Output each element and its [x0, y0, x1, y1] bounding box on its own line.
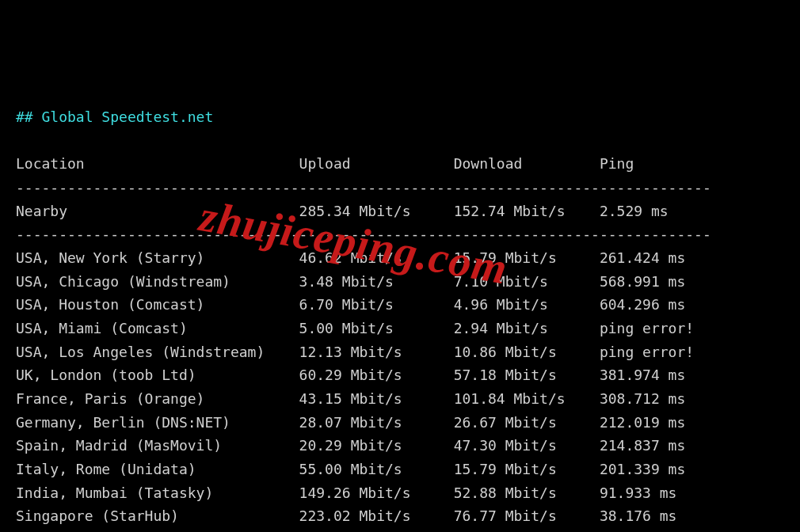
table-row: USA, Chicago (Windstream)3.48 Mbit/s7.10… — [16, 273, 685, 290]
cell-download: 101.84 Mbit/s — [454, 387, 600, 411]
table-row: USA, Los Angeles (Windstream)12.13 Mbit/… — [16, 344, 694, 360]
cell-location: Singapore (StarHub) — [16, 504, 299, 528]
cell-ping: ping error! — [600, 317, 694, 340]
cell-download: 7.10 Mbit/s — [454, 270, 600, 294]
report-title: ## Global Speedtest.net — [16, 108, 213, 125]
header-row: LocationUploadDownloadPing — [16, 155, 634, 172]
table-row: Spain, Madrid (MasMovil)20.29 Mbit/s47.3… — [16, 437, 685, 454]
cell-download: 15.79 Mbit/s — [454, 458, 600, 481]
nearby-location: Nearby — [16, 200, 299, 223]
header-location: Location — [16, 152, 299, 176]
cell-location: USA, Chicago (Windstream) — [16, 270, 299, 294]
table-row: Singapore (StarHub)223.02 Mbit/s76.77 Mb… — [16, 507, 676, 524]
divider-top: ----------------------------------------… — [16, 179, 711, 196]
cell-ping: 261.424 ms — [600, 246, 685, 270]
cell-ping: 38.176 ms — [600, 504, 677, 528]
header-download: Download — [454, 152, 600, 176]
cell-location: USA, New York (Starry) — [16, 246, 299, 270]
table-row: Germany, Berlin (DNS:NET)28.07 Mbit/s26.… — [16, 414, 685, 431]
cell-upload: 5.00 Mbit/s — [299, 317, 454, 340]
cell-download: 26.67 Mbit/s — [454, 411, 600, 435]
cell-upload: 43.15 Mbit/s — [299, 387, 454, 411]
cell-download: 76.77 Mbit/s — [454, 504, 600, 528]
cell-ping: 568.991 ms — [600, 270, 685, 294]
cell-location: UK, London (toob Ltd) — [16, 363, 299, 387]
cell-ping: 308.712 ms — [600, 387, 685, 411]
table-row: India, Mumbai (Tatasky)149.26 Mbit/s52.8… — [16, 484, 676, 501]
cell-location: USA, Los Angeles (Windstream) — [16, 340, 299, 364]
cell-download: 2.94 Mbit/s — [454, 317, 600, 340]
cell-upload: 55.00 Mbit/s — [299, 458, 454, 481]
nearby-download: 152.74 Mbit/s — [454, 200, 600, 223]
header-ping: Ping — [600, 152, 634, 176]
cell-location: Germany, Berlin (DNS:NET) — [16, 411, 299, 435]
cell-download: 4.96 Mbit/s — [454, 293, 600, 317]
table-row: USA, New York (Starry)46.62 Mbit/s15.79 … — [16, 249, 685, 266]
cell-location: Spain, Madrid (MasMovil) — [16, 434, 299, 458]
table-row: USA, Houston (Comcast)6.70 Mbit/s4.96 Mb… — [16, 296, 685, 313]
table-row: UK, London (toob Ltd)60.29 Mbit/s57.18 M… — [16, 367, 685, 383]
cell-ping: ping error! — [600, 340, 694, 364]
divider-mid: ----------------------------------------… — [16, 226, 711, 242]
cell-download: 52.88 Mbit/s — [454, 481, 600, 505]
cell-download: 15.79 Mbit/s — [454, 246, 600, 270]
nearby-row: Nearby285.34 Mbit/s152.74 Mbit/s2.529 ms — [16, 203, 669, 219]
cell-ping: 50.782 ms — [600, 528, 677, 532]
results-body: USA, New York (Starry)46.62 Mbit/s15.79 … — [16, 246, 784, 532]
nearby-ping: 2.529 ms — [600, 200, 669, 223]
cell-upload: 6.70 Mbit/s — [299, 293, 454, 317]
cell-upload: 223.02 Mbit/s — [299, 504, 454, 528]
cell-upload: 60.29 Mbit/s — [299, 363, 454, 387]
cell-upload: 193.61 Mbit/s — [299, 528, 454, 532]
cell-ping: 201.339 ms — [600, 458, 685, 481]
cell-location: Italy, Rome (Unidata) — [16, 458, 299, 481]
cell-download: 74.99 Mbit/s — [454, 528, 600, 532]
cell-download: 47.30 Mbit/s — [454, 434, 600, 458]
cell-upload: 46.62 Mbit/s — [299, 246, 454, 270]
cell-download: 10.86 Mbit/s — [454, 340, 600, 364]
cell-upload: 12.13 Mbit/s — [299, 340, 454, 364]
cell-location: France, Paris (Orange) — [16, 387, 299, 411]
cell-upload: 20.29 Mbit/s — [299, 434, 454, 458]
cell-location: USA, Houston (Comcast) — [16, 293, 299, 317]
cell-ping: 604.296 ms — [600, 293, 685, 317]
cell-ping: 381.974 ms — [600, 363, 685, 387]
cell-location: USA, Miami (Comcast) — [16, 317, 299, 340]
cell-upload: 149.26 Mbit/s — [299, 481, 454, 505]
terminal-output: ## Global Speedtest.net LocationUploadDo… — [16, 105, 784, 532]
cell-location: Japan, Tsukuba (SoftEther) — [16, 528, 299, 532]
cell-location: India, Mumbai (Tatasky) — [16, 481, 299, 505]
cell-ping: 214.837 ms — [600, 434, 685, 458]
header-upload: Upload — [299, 152, 454, 176]
cell-upload: 28.07 Mbit/s — [299, 411, 454, 435]
table-row: France, Paris (Orange)43.15 Mbit/s101.84… — [16, 390, 685, 407]
cell-ping: 91.933 ms — [600, 481, 677, 505]
cell-download: 57.18 Mbit/s — [454, 363, 600, 387]
table-row: Italy, Rome (Unidata)55.00 Mbit/s15.79 M… — [16, 461, 685, 477]
table-row: USA, Miami (Comcast)5.00 Mbit/s2.94 Mbit… — [16, 320, 694, 336]
cell-upload: 3.48 Mbit/s — [299, 270, 454, 294]
cell-ping: 212.019 ms — [600, 411, 685, 435]
nearby-upload: 285.34 Mbit/s — [299, 200, 454, 223]
